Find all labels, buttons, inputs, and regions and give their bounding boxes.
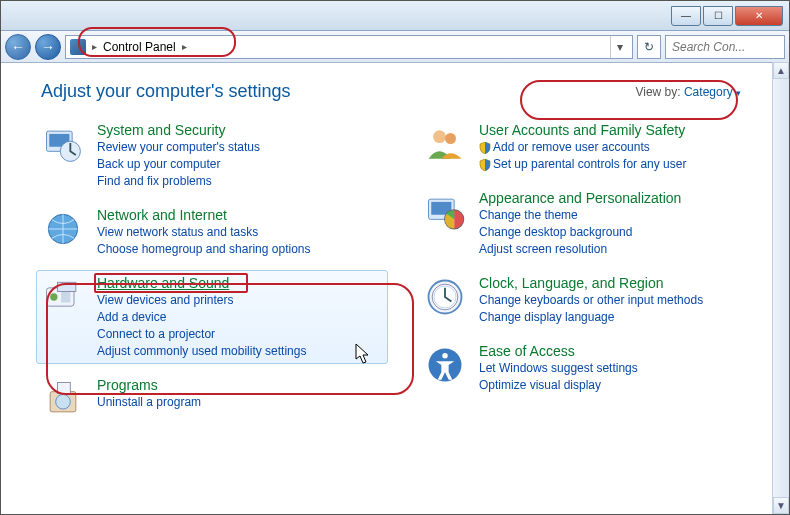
chevron-down-icon: ▾ [736, 88, 741, 98]
category-title[interactable]: Hardware and Sound [97, 275, 306, 291]
svg-rect-7 [58, 282, 76, 291]
task-link[interactable]: Set up parental controls for any user [479, 156, 686, 172]
category-clock-region[interactable]: Clock, Language, and Region Change keybo… [423, 275, 765, 325]
task-link[interactable]: Adjust screen resolution [479, 241, 681, 257]
breadcrumb-control-panel[interactable]: Control Panel [103, 40, 176, 54]
category-title[interactable]: Clock, Language, and Region [479, 275, 703, 291]
title-bar: — ☐ ✕ [1, 1, 789, 31]
task-link[interactable]: Add a device [97, 309, 306, 325]
category-appearance[interactable]: Appearance and Personalization Change th… [423, 190, 765, 257]
control-panel-icon [70, 39, 86, 55]
ease-access-icon [423, 343, 467, 387]
breadcrumb-sep: ▸ [92, 41, 97, 52]
category-title[interactable]: System and Security [97, 122, 260, 138]
task-link[interactable]: Review your computer's status [97, 139, 260, 155]
category-programs[interactable]: Programs Uninstall a program [41, 377, 383, 421]
task-link[interactable]: Change desktop background [479, 224, 681, 240]
svg-point-20 [442, 353, 448, 359]
category-title[interactable]: Programs [97, 377, 201, 393]
task-link[interactable]: Uninstall a program [97, 394, 201, 410]
scroll-up-button[interactable]: ▲ [773, 62, 789, 79]
refresh-button[interactable]: ↻ [637, 35, 661, 59]
content-area: Adjust your computer's settings View by:… [1, 63, 789, 515]
category-title[interactable]: Appearance and Personalization [479, 190, 681, 206]
category-title[interactable]: Network and Internet [97, 207, 310, 223]
scroll-down-button[interactable]: ▼ [773, 497, 789, 514]
address-dropdown[interactable]: ▾ [610, 36, 628, 58]
shield-icon [479, 159, 491, 171]
appearance-icon [423, 190, 467, 234]
forward-button[interactable]: → [35, 34, 61, 60]
category-title[interactable]: User Accounts and Family Safety [479, 122, 686, 138]
task-link[interactable]: Optimize visual display [479, 377, 638, 393]
close-button[interactable]: ✕ [735, 6, 783, 26]
task-link[interactable]: View devices and printers [97, 292, 306, 308]
system-security-icon [41, 122, 85, 166]
task-link[interactable]: Choose homegroup and sharing options [97, 241, 310, 257]
left-column: System and Security Review your computer… [41, 122, 383, 421]
view-by-value[interactable]: Category [684, 85, 733, 99]
task-link[interactable]: Add or remove user accounts [479, 139, 686, 155]
clock-icon [423, 275, 467, 319]
programs-icon [41, 377, 85, 421]
svg-rect-6 [61, 292, 70, 303]
task-link[interactable]: Change the theme [479, 207, 681, 223]
view-by-control[interactable]: View by: Category ▾ [635, 85, 741, 99]
task-link[interactable]: Change display language [479, 309, 703, 325]
maximize-button[interactable]: ☐ [703, 6, 733, 26]
category-user-accounts[interactable]: User Accounts and Family Safety Add or r… [423, 122, 765, 172]
view-by-label: View by: [635, 85, 680, 99]
search-input[interactable] [665, 35, 785, 59]
task-link[interactable]: Connect to a projector [97, 326, 306, 342]
task-link[interactable]: Back up your computer [97, 156, 260, 172]
category-ease-access[interactable]: Ease of Access Let Windows suggest setti… [423, 343, 765, 393]
vertical-scrollbar[interactable]: ▲ ▼ [772, 62, 789, 514]
page-heading: Adjust your computer's settings [41, 81, 291, 102]
svg-point-9 [56, 394, 71, 409]
category-system-security[interactable]: System and Security Review your computer… [41, 122, 383, 189]
task-link[interactable]: Find and fix problems [97, 173, 260, 189]
task-link[interactable]: Let Windows suggest settings [479, 360, 638, 376]
minimize-button[interactable]: — [671, 6, 701, 26]
right-column: User Accounts and Family Safety Add or r… [423, 122, 765, 421]
hardware-icon [41, 275, 85, 319]
window-buttons: — ☐ ✕ [671, 6, 783, 26]
network-icon [41, 207, 85, 251]
address-bar[interactable]: ▸ Control Panel ▸ ▾ [65, 35, 633, 59]
user-accounts-icon [423, 122, 467, 166]
task-link[interactable]: View network status and tasks [97, 224, 310, 240]
svg-point-12 [445, 133, 456, 144]
task-link[interactable]: Adjust commonly used mobility settings [97, 343, 306, 359]
category-hardware-sound[interactable]: Hardware and Sound View devices and prin… [36, 270, 388, 364]
back-button[interactable]: ← [5, 34, 31, 60]
nav-bar: ← → ▸ Control Panel ▸ ▾ ↻ [1, 31, 789, 63]
shield-icon [479, 142, 491, 154]
category-network[interactable]: Network and Internet View network status… [41, 207, 383, 257]
task-link[interactable]: Change keyboards or other input methods [479, 292, 703, 308]
breadcrumb-sep: ▸ [182, 41, 187, 52]
svg-rect-10 [58, 383, 71, 394]
svg-point-11 [433, 130, 446, 143]
category-title[interactable]: Ease of Access [479, 343, 638, 359]
svg-point-5 [50, 293, 57, 300]
